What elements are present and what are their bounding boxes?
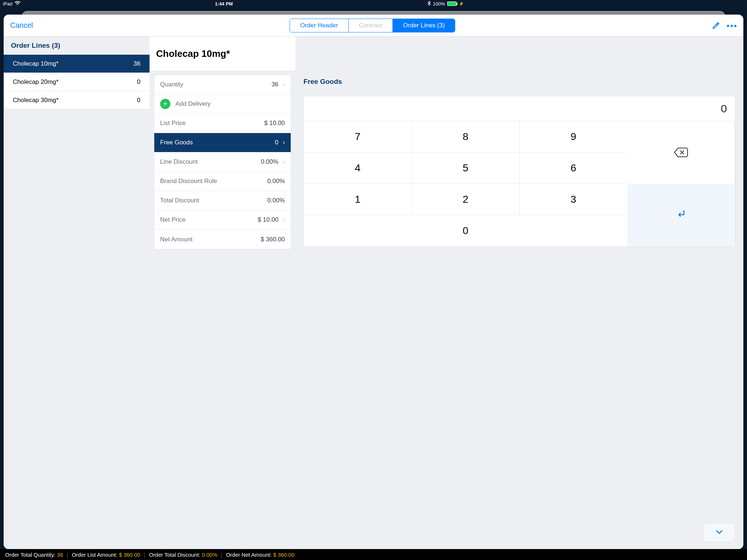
list-item-name: Cholecap 10mg* <box>13 60 59 67</box>
navbar: Cancel Order Header Contract Order Lines… <box>4 15 467 36</box>
status-bar: iPad 1:44 PM 100% ⚡ <box>0 0 467 7</box>
device-label: iPad <box>3 1 12 7</box>
row-free-goods[interactable]: Free Goods 0 › <box>154 133 291 152</box>
list-item[interactable]: Cholecap 10mg* 36 <box>4 55 150 73</box>
order-lines-list: Order Lines (3) Cholecap 10mg* 36 Cholec… <box>4 36 150 350</box>
row-list-price: List Price $ 10.00 <box>154 114 291 133</box>
bluetooth-icon <box>427 1 431 7</box>
content: Cholecap 10mg* i Order Lines (3) Choleca… <box>4 36 467 350</box>
row-value: 0.00% <box>261 158 278 166</box>
row-value: $ 10.00 <box>264 120 285 127</box>
list-item[interactable]: Cholecap 30mg* 0 <box>4 91 150 109</box>
key-0[interactable]: 0 <box>304 215 467 246</box>
row-label: Brand Discount Rule <box>160 178 217 185</box>
detail-column: Quantity 36 › + Add Delivery List Price … <box>150 36 295 350</box>
row-quantity[interactable]: Quantity 36 › <box>154 75 291 94</box>
key-8[interactable]: 8 <box>412 121 467 152</box>
row-value: 36 <box>271 81 278 88</box>
battery-icon <box>447 1 457 6</box>
row-label: Net Price <box>160 216 186 223</box>
chevron-right-icon: › <box>283 81 285 88</box>
key-1[interactable]: 1 <box>304 184 412 215</box>
battery-pct: 100% <box>433 1 445 7</box>
keypad-display: 0 <box>304 96 467 121</box>
row-label: Total Discount <box>160 197 199 204</box>
row-value: 0 <box>275 139 278 146</box>
tab-order-header[interactable]: Order Header <box>290 19 349 32</box>
row-line-discount[interactable]: Line Discount 0.00% › <box>154 152 291 172</box>
detail-panel: Quantity 36 › + Add Delivery List Price … <box>154 75 291 249</box>
row-value: 0.00% <box>267 178 285 185</box>
list-item-name: Cholecap 20mg* <box>13 78 59 86</box>
row-label: Add Delivery <box>175 100 210 108</box>
keypad-title: Free Goods <box>295 71 467 92</box>
key-4[interactable]: 4 <box>304 152 412 184</box>
cancel-button[interactable]: Cancel <box>10 21 33 30</box>
row-value: 0.00% <box>267 197 285 204</box>
modal-sheet: Cancel Order Header Contract Order Lines… <box>4 15 467 350</box>
keypad-column: Free Goods 0 7 8 9 4 5 6 <box>295 36 467 350</box>
numeric-keypad: 0 7 8 9 4 5 6 1 <box>303 96 467 247</box>
row-label: List Price <box>160 120 186 127</box>
chevron-right-icon: › <box>283 216 285 223</box>
key-2[interactable]: 2 <box>412 184 467 215</box>
list-item-qty: 0 <box>137 78 140 86</box>
row-label: Net Amount <box>160 236 193 243</box>
key-7[interactable]: 7 <box>304 121 412 152</box>
row-total-discount: Total Discount 0.00% <box>154 191 291 210</box>
list-item[interactable]: Cholecap 20mg* 0 <box>4 73 150 91</box>
list-item-qty: 0 <box>137 97 140 104</box>
chevron-right-icon: › <box>283 158 285 166</box>
row-net-price[interactable]: Net Price $ 10.00 › <box>154 210 291 230</box>
chevron-right-icon: › <box>283 139 285 146</box>
row-value: $ 10.00 <box>258 216 279 223</box>
key-5[interactable]: 5 <box>412 152 467 184</box>
row-value: $ 360.00 <box>261 236 285 243</box>
row-brand-discount: Brand Discount Rule 0.00% <box>154 172 291 191</box>
row-label: Free Goods <box>160 139 193 146</box>
row-label: Line Discount <box>160 158 198 166</box>
tab-contract: Contract <box>349 19 393 32</box>
row-add-delivery[interactable]: + Add Delivery <box>154 94 291 114</box>
plus-icon: + <box>160 99 170 109</box>
segmented-control: Order Header Contract Order Lines (3) <box>290 19 456 32</box>
charging-icon: ⚡ <box>459 1 464 6</box>
order-lines-header: Order Lines (3) <box>4 36 150 55</box>
row-label: Quantity <box>160 81 183 88</box>
list-item-qty: 36 <box>133 60 140 67</box>
wifi-icon <box>15 1 20 7</box>
tab-order-lines[interactable]: Order Lines (3) <box>393 19 455 32</box>
product-title: Cholecap 10mg* <box>156 48 230 59</box>
list-item-name: Cholecap 30mg* <box>13 97 59 104</box>
row-net-amount: Net Amount $ 360.00 <box>154 230 291 249</box>
status-time: 1:44 PM <box>20 1 427 7</box>
